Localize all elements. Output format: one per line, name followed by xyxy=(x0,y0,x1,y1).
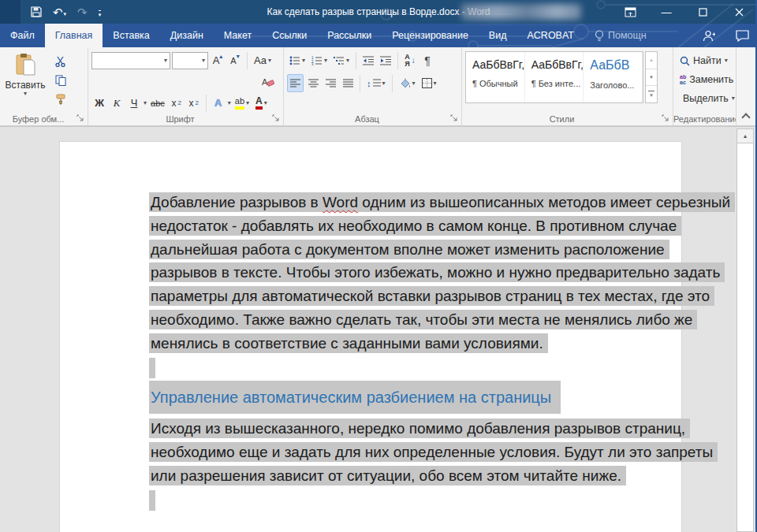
change-case-button[interactable]: Aa▾ xyxy=(252,51,274,69)
selected-text[interactable]: параметры для автоматической вставки раз… xyxy=(149,286,714,306)
tab-рецензирование[interactable]: Рецензирование xyxy=(382,24,479,47)
highlight-button[interactable]: ab▾ xyxy=(233,94,252,112)
align-left-button[interactable] xyxy=(287,74,304,92)
minimize-button[interactable]: — xyxy=(648,0,684,24)
style-card[interactable]: АаБбВЗаголово... xyxy=(584,52,643,102)
shading-button[interactable]: ▾ xyxy=(397,74,418,92)
tab-рассылки[interactable]: Рассылки xyxy=(317,24,382,47)
text-effects-dropdown-icon[interactable]: ▾ xyxy=(228,100,231,106)
subscript-button[interactable]: x2 xyxy=(169,94,185,112)
find-button[interactable]: Найти ▾ xyxy=(680,51,733,70)
clipboard-dialog-launcher[interactable] xyxy=(76,114,85,123)
align-right-button[interactable] xyxy=(323,74,338,92)
selected-text[interactable]: разрывов в тексте. Чтобы этого избежать,… xyxy=(149,262,725,282)
format-painter-button[interactable] xyxy=(52,91,69,107)
multilevel-list-button[interactable]: ▾ xyxy=(331,51,352,69)
align-center-icon xyxy=(308,79,319,87)
justify-button[interactable] xyxy=(340,74,356,92)
selected-text[interactable]: менялись в соответствие с заданными вами… xyxy=(149,333,548,353)
multilevel-list-icon xyxy=(334,56,345,65)
tab-файл[interactable]: Файл xyxy=(0,24,45,47)
selected-text[interactable]: или разрешения зависит от ситуации, обо … xyxy=(149,466,626,485)
tab-вид[interactable]: Вид xyxy=(479,24,517,47)
styles-scroll-up-icon: ▴ xyxy=(650,57,653,63)
align-center-button[interactable] xyxy=(305,74,321,92)
sort-button[interactable]: АЯ ↓ xyxy=(402,51,418,69)
styles-more-button[interactable]: ▾ xyxy=(646,86,657,102)
cut-button[interactable] xyxy=(52,54,69,69)
undo-button[interactable]: ↶▾ xyxy=(49,5,70,20)
selected-text[interactable]: Управление автоматическим разбиением на … xyxy=(149,381,561,414)
font-color-button[interactable]: А▾ xyxy=(253,94,270,112)
close-button[interactable] xyxy=(721,0,757,24)
app-icon[interactable] xyxy=(0,0,21,24)
document-page[interactable]: Добавление разрывов в Word одним из выше… xyxy=(59,141,682,532)
decrease-indent-button[interactable] xyxy=(360,51,376,69)
selected-text[interactable]: дальнейшая работа с документом вполне мо… xyxy=(149,240,669,259)
font-name-combo[interactable]: ▾ xyxy=(91,52,170,69)
scroll-up-button[interactable]: ▴ xyxy=(736,128,754,143)
underline-button[interactable]: Ч xyxy=(126,94,142,112)
strikethrough-button[interactable]: abc xyxy=(148,94,167,112)
spellcheck-word: Word xyxy=(323,194,358,210)
line-spacing-arrows-icon: ↕ xyxy=(367,79,371,88)
save-button[interactable] xyxy=(27,5,46,19)
borders-button[interactable]: ▾ xyxy=(420,74,439,92)
tab-вставка[interactable]: Вставка xyxy=(103,24,159,47)
tab-label: Вид xyxy=(489,30,507,41)
tab-дизайн[interactable]: Дизайн xyxy=(160,24,214,47)
style-card[interactable]: АаБбВвГг,¶ Без инте... xyxy=(525,52,584,102)
select-button[interactable]: Выделить ▾ xyxy=(680,89,733,108)
superscript-button[interactable]: x2 xyxy=(186,94,202,112)
selected-text[interactable]: необходимо еще и задать для них определе… xyxy=(149,442,718,462)
tab-label: Главная xyxy=(55,30,93,41)
selected-text[interactable]: необходимо. Также важно сделать так, что… xyxy=(149,310,697,329)
bold-button[interactable]: Ж xyxy=(91,94,107,112)
text-run: одним из вышеописанных методов имеет сер… xyxy=(358,194,730,210)
italic-button[interactable]: К xyxy=(109,94,125,112)
line-spacing-button[interactable]: ↕ ▾ xyxy=(364,74,388,92)
text-run: менялись в соответствие с заданными вами… xyxy=(151,335,543,352)
grow-font-button[interactable]: А▴ xyxy=(210,51,226,69)
ribbon-display-options-button[interactable] xyxy=(612,0,648,24)
clear-formatting-button[interactable]: A xyxy=(259,73,277,91)
borders-dropdown-icon: ▾ xyxy=(434,80,437,87)
bullets-button[interactable]: ▾ xyxy=(287,51,308,69)
shrink-font-button[interactable]: А▾ xyxy=(227,51,243,69)
paste-dropdown-icon[interactable]: ▾ xyxy=(24,91,27,97)
font-size-combo[interactable]: ▾ xyxy=(172,52,208,69)
styles-dialog-launcher[interactable] xyxy=(662,114,670,123)
tab-ссылки[interactable]: Ссылки xyxy=(262,24,317,47)
paragraph-dialog-launcher[interactable] xyxy=(450,114,459,123)
maximize-button[interactable] xyxy=(684,0,721,24)
tab-макет[interactable]: Макет xyxy=(214,24,262,47)
redo-button[interactable]: ↷ xyxy=(73,5,91,20)
style-card[interactable]: АаБбВвГг,¶ Обычный xyxy=(466,52,525,102)
share-button[interactable] xyxy=(703,30,715,42)
tab-acrobat[interactable]: ACROBAT xyxy=(516,24,584,47)
redo-icon: ↷ xyxy=(77,6,88,18)
replace-button[interactable]: abac Заменить xyxy=(680,70,733,89)
selected-text[interactable]: Добавление разрывов в Word одним из выше… xyxy=(149,192,735,212)
tab-главная[interactable]: Главная xyxy=(45,24,103,47)
scrollbar-thumb[interactable] xyxy=(736,143,754,532)
numbering-button[interactable]: 123 ▾ xyxy=(309,51,330,69)
show-formatting-marks-button[interactable]: ¶ xyxy=(420,51,435,69)
selected-text[interactable]: недостаток - добавлять их необходимо в с… xyxy=(149,216,681,236)
styles-scroll-up-button[interactable]: ▴ xyxy=(646,52,657,69)
font-dialog-launcher[interactable] xyxy=(272,114,281,123)
underline-dropdown-icon[interactable]: ▾ xyxy=(144,100,147,106)
clear-formatting-icon: A xyxy=(262,76,274,87)
paste-button[interactable]: Вставить ▾ xyxy=(3,51,47,111)
feedback-button[interactable] xyxy=(736,30,749,42)
qat-customize-button[interactable]: ▾ xyxy=(95,6,106,19)
selected-text[interactable]: Исходя из вышесказанного, нередко помимо… xyxy=(149,419,690,438)
paste-label: Вставить xyxy=(6,80,46,91)
styles-scroll-down-button[interactable]: ▾ xyxy=(646,69,657,87)
undo-dropdown-icon[interactable]: ▾ xyxy=(64,11,67,17)
increase-indent-button[interactable] xyxy=(378,51,393,69)
tab-помощн[interactable]: Помощн xyxy=(584,24,657,47)
collapse-ribbon-button[interactable] xyxy=(741,113,750,121)
copy-button[interactable] xyxy=(52,73,69,88)
text-effects-button[interactable]: А xyxy=(211,94,226,112)
